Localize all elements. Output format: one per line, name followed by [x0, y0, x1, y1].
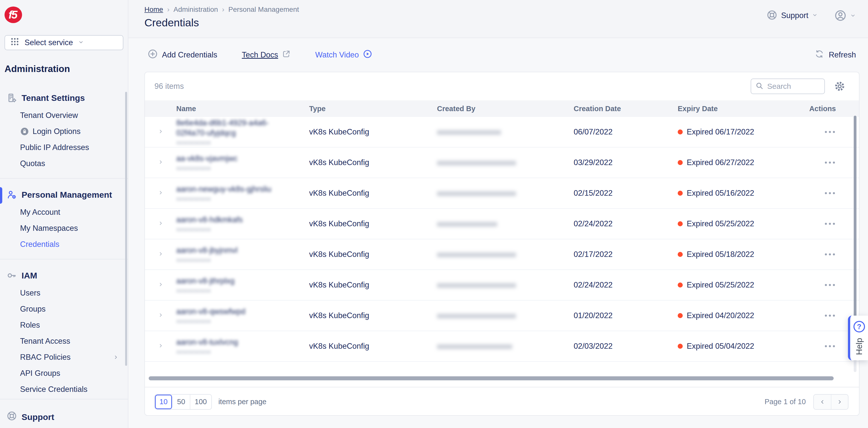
- col-expiry-date[interactable]: Expiry Date: [678, 105, 798, 113]
- col-created-by[interactable]: Created By: [437, 105, 574, 113]
- page-size-10[interactable]: 10: [155, 395, 173, 409]
- sidebar-item-api-groups[interactable]: API Groups: [0, 365, 128, 381]
- help-question-icon: ?: [854, 321, 865, 333]
- col-name[interactable]: Name: [176, 105, 309, 113]
- expired-status-dot: [678, 283, 683, 287]
- sidebar-item-rbac-policies[interactable]: RBAC Policies: [0, 349, 128, 365]
- table-row[interactable]: 8e6e4da-d6b1-4929-a4a6-02f4a70-ufyjdqcgx…: [145, 117, 859, 147]
- row-expand-icon[interactable]: [158, 189, 164, 198]
- row-actions-menu[interactable]: [798, 284, 859, 286]
- refresh-button[interactable]: Refresh: [815, 49, 856, 61]
- sidebar-item-tenant-overview[interactable]: Tenant Overview: [0, 107, 128, 123]
- cell-name-redacted: aaron-v8-jbyjnmvl: [176, 245, 309, 255]
- row-expand-icon[interactable]: [158, 342, 164, 351]
- section-label: Tenant Settings: [22, 93, 85, 103]
- watch-video-link[interactable]: Watch Video: [315, 49, 372, 61]
- breadcrumb-item-home[interactable]: Home: [145, 5, 163, 13]
- table-row[interactable]: aa-vk8s-vjavmjwcxxxxxxxxxxxx vK8s KubeCo…: [145, 147, 859, 178]
- support-menu-button[interactable]: Support: [767, 9, 818, 22]
- row-expand-icon[interactable]: [158, 250, 164, 259]
- sidebar-item-login-options[interactable]: Login Options: [0, 123, 128, 140]
- table-body: 8e6e4da-d6b1-4929-a4a6-02f4a70-ufyjdqcgx…: [145, 117, 859, 362]
- sidebar-item-quotas[interactable]: Quotas: [0, 155, 128, 172]
- select-service-dropdown[interactable]: Select service: [4, 35, 123, 51]
- row-actions-menu[interactable]: [798, 131, 859, 133]
- sidebar-item-roles[interactable]: Roles: [0, 317, 128, 333]
- cell-expiry: Expired 05/25/2022: [678, 219, 798, 228]
- sidebar-item-my-namespaces[interactable]: My Namespaces: [0, 220, 128, 236]
- cell-expiry: Expired 06/17/2022: [678, 127, 798, 137]
- col-actions: Actions: [798, 105, 859, 113]
- tech-docs-link[interactable]: Tech Docs: [242, 50, 291, 60]
- sidebar-item-label: Tenant Overview: [20, 111, 78, 120]
- next-page-button[interactable]: [831, 395, 848, 409]
- search-box[interactable]: [751, 79, 825, 94]
- sidebar-section-tenant-settings[interactable]: Tenant Settings: [0, 88, 128, 107]
- table-settings-gear-icon[interactable]: [834, 81, 845, 92]
- table-row[interactable]: aaron-v8-tuxlvcngxxxxxxxxxxxx vK8s KubeC…: [145, 331, 859, 362]
- row-expand-icon[interactable]: [158, 127, 164, 137]
- lifebuoy-icon: [6, 411, 17, 423]
- sidebar: f5 Select service Administration Tenant …: [0, 0, 128, 428]
- page-size-100[interactable]: 100: [190, 395, 211, 409]
- add-credentials-button[interactable]: Add Credentials: [148, 49, 217, 61]
- sidebar-scrollbar[interactable]: [125, 92, 127, 366]
- row-actions-menu[interactable]: [798, 192, 859, 194]
- expired-status-dot: [678, 221, 683, 226]
- sidebar-item-support[interactable]: Support: [0, 406, 128, 428]
- table-row[interactable]: aaron-v8-qwswfwpdxxxxxxxxxxxx vK8s KubeC…: [145, 301, 859, 331]
- expiry-text: Expired 06/27/2022: [687, 158, 754, 167]
- table-row[interactable]: aaron-v8-jthrplxgxxxxxxxxxxxx vK8s KubeC…: [145, 270, 859, 301]
- breadcrumb-separator: ›: [167, 5, 169, 13]
- expired-status-dot: [678, 130, 683, 135]
- row-expand-icon[interactable]: [158, 311, 164, 320]
- sidebar-item-label: Public IP Addresses: [20, 143, 89, 152]
- plus-circle-icon: [148, 49, 158, 61]
- cell-name-subtext-redacted: xxxxxxxxxxxx: [176, 257, 309, 263]
- table-row[interactable]: aaron-v8-jbyjnmvlxxxxxxxxxxxx vK8s KubeC…: [145, 239, 859, 270]
- expired-status-dot: [678, 191, 683, 196]
- sidebar-item-groups[interactable]: Groups: [0, 301, 128, 317]
- sidebar-item-tenant-access[interactable]: Tenant Access: [0, 333, 128, 349]
- cell-name-redacted: aaron-v8-tuxlvcng: [176, 337, 309, 347]
- cell-name-subtext-redacted: xxxxxxxxxxxx: [176, 139, 309, 146]
- row-expand-icon[interactable]: [158, 281, 164, 289]
- sidebar-item-credentials[interactable]: Credentials: [0, 236, 128, 252]
- row-actions-menu[interactable]: [798, 253, 859, 255]
- sidebar-section-personal-management[interactable]: Personal Management: [0, 185, 128, 204]
- vertical-scrollbar-thumb[interactable]: [854, 116, 857, 324]
- col-type[interactable]: Type: [309, 105, 437, 113]
- row-expand-icon[interactable]: [158, 219, 164, 228]
- row-actions-menu[interactable]: [798, 223, 859, 225]
- help-tab[interactable]: ? Help: [848, 316, 868, 360]
- search-input[interactable]: [767, 82, 820, 91]
- cell-type: vK8s KubeConfig: [309, 219, 437, 228]
- page-size-50[interactable]: 50: [173, 395, 190, 409]
- table-row[interactable]: aaron-v8-hdkmkafsxxxxxxxxxxxx vK8s KubeC…: [145, 209, 859, 239]
- prev-page-button[interactable]: [814, 395, 831, 409]
- sidebar-item-public-ip-addresses[interactable]: Public IP Addresses: [0, 140, 128, 155]
- divider: [0, 259, 128, 259]
- sidebar-heading: Administration: [4, 64, 128, 74]
- sidebar-item-label: My Namespaces: [20, 224, 78, 233]
- cell-name-subtext-redacted: xxxxxxxxxxxx: [176, 287, 309, 294]
- cell-creation-date: 01/20/2022: [574, 311, 678, 320]
- expiry-text: Expired 05/25/2022: [687, 219, 754, 228]
- cell-type: vK8s KubeConfig: [309, 281, 437, 289]
- horizontal-scrollbar[interactable]: [149, 376, 834, 380]
- user-menu-button[interactable]: [834, 9, 856, 23]
- expiry-text: Expired 05/25/2022: [687, 281, 754, 289]
- sidebar-item-my-account[interactable]: My Account: [0, 204, 128, 220]
- table-card-header: 96 items: [145, 72, 859, 101]
- row-expand-icon[interactable]: [158, 158, 164, 167]
- sidebar-item-service-credentials[interactable]: Service Credentials: [0, 381, 128, 392]
- cell-type: vK8s KubeConfig: [309, 158, 437, 167]
- row-actions-menu[interactable]: [798, 162, 859, 164]
- table-row[interactable]: aaron-newguy-vk8s-gjhrsliuxxxxxxxxxxxx v…: [145, 178, 859, 209]
- cell-created-by-redacted: xxxxxxxxxxxxxxxxxxxxx: [437, 281, 516, 289]
- sidebar-section-iam[interactable]: IAM: [0, 266, 128, 285]
- credentials-table-card: 96 items Name Type Created By Creation D…: [145, 72, 860, 416]
- col-creation-date[interactable]: Creation Date: [574, 105, 678, 113]
- sidebar-item-label: Users: [20, 288, 40, 297]
- sidebar-item-users[interactable]: Users: [0, 285, 128, 301]
